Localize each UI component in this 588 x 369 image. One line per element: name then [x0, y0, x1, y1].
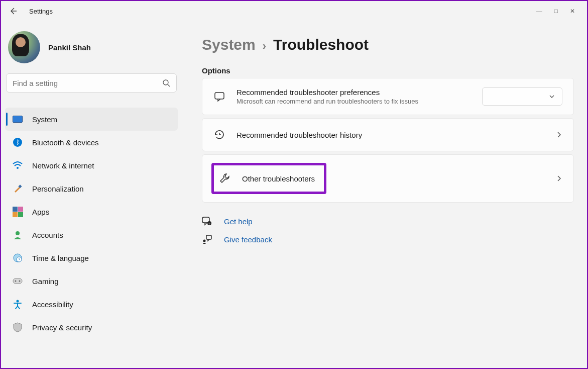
card-troubleshooter-history[interactable]: Recommended troubleshooter history [202, 118, 574, 151]
link-label: Get help [224, 217, 253, 226]
profile-name: Pankil Shah [48, 43, 91, 52]
search-icon [162, 79, 170, 87]
gamepad-icon [12, 275, 23, 287]
sidebar-item-network[interactable]: Network & internet [5, 154, 178, 177]
link-label: Give feedback [224, 235, 272, 244]
chevron-right-icon [555, 131, 562, 138]
sidebar-item-label: Personalization [32, 185, 84, 193]
help-icon: ? [202, 217, 213, 226]
svg-point-7 [15, 281, 17, 282]
wrench-icon [219, 172, 231, 185]
feedback-icon [202, 235, 213, 244]
sidebar-item-label: Bluetooth & devices [32, 138, 99, 147]
chevron-down-icon [549, 94, 555, 100]
sidebar-item-label: Network & internet [32, 161, 94, 170]
breadcrumb-current: Troubleshoot [273, 36, 369, 53]
sidebar-item-gaming[interactable]: Gaming [5, 269, 178, 293]
breadcrumb-parent[interactable]: System [202, 36, 256, 53]
breadcrumb: System › Troubleshoot [202, 36, 574, 53]
svg-rect-15 [206, 235, 211, 239]
chevron-right-icon [555, 175, 562, 182]
arrow-left-icon [9, 7, 17, 15]
sidebar-item-label: System [32, 115, 57, 124]
card-title: Recommended troubleshooter history [237, 131, 544, 139]
svg-point-14 [203, 240, 206, 242]
minimize-button[interactable]: — [536, 8, 542, 15]
bluetooth-icon: ᛒ [12, 137, 23, 148]
shield-icon [12, 322, 23, 333]
card-subtitle: Microsoft can recommend and run troubles… [237, 98, 471, 105]
get-help-link[interactable]: ? Get help [202, 217, 574, 226]
sidebar-item-label: Gaming [32, 277, 59, 286]
card-recommended-preferences: Recommended troubleshooter preferences M… [202, 78, 574, 115]
svg-point-0 [163, 80, 168, 85]
sidebar-item-label: Time & language [32, 254, 89, 262]
back-button[interactable] [5, 3, 21, 19]
content-area: System › Troubleshoot Options Recommende… [182, 21, 587, 368]
sidebar-item-label: Accessibility [32, 300, 73, 309]
person-icon [12, 229, 23, 240]
sidebar-item-apps[interactable]: Apps [5, 200, 178, 223]
chevron-right-icon: › [263, 40, 266, 53]
preferences-dropdown[interactable] [482, 87, 562, 106]
window-title: Settings [29, 8, 53, 15]
sidebar-item-time[interactable]: Time & language [5, 246, 178, 269]
card-title: Other troubleshooters [242, 174, 315, 183]
sidebar-item-privacy[interactable]: Privacy & security [5, 316, 178, 339]
svg-rect-10 [215, 93, 224, 99]
system-icon [12, 114, 23, 125]
maximize-button[interactable]: □ [554, 8, 558, 15]
svg-point-3 [16, 231, 20, 235]
sidebar-item-system[interactable]: System [5, 108, 178, 131]
svg-rect-6 [13, 279, 22, 284]
history-icon [213, 129, 225, 141]
avatar [8, 31, 40, 63]
svg-point-8 [19, 281, 21, 282]
card-other-troubleshooters[interactable]: Other troubleshooters [202, 154, 574, 203]
wifi-icon [12, 160, 23, 171]
search-input[interactable] [13, 79, 162, 87]
clock-globe-icon [12, 252, 23, 263]
search-box[interactable] [6, 73, 177, 93]
sidebar-item-accounts[interactable]: Accounts [5, 223, 178, 246]
sidebar-item-accessibility[interactable]: Accessibility [5, 293, 178, 316]
sidebar-item-label: Privacy & security [32, 323, 92, 332]
sidebar-item-label: Apps [32, 208, 49, 216]
sidebar: Pankil Shah System ᛒ Bluetooth & devices… [1, 21, 182, 368]
give-feedback-link[interactable]: Give feedback [202, 235, 574, 244]
highlight-annotation: Other troubleshooters [211, 163, 326, 194]
svg-point-9 [17, 300, 19, 303]
accessibility-icon [12, 299, 23, 310]
profile[interactable]: Pankil Shah [5, 25, 178, 73]
svg-point-1 [17, 167, 19, 169]
apps-icon [12, 206, 23, 217]
sidebar-item-label: Accounts [32, 231, 63, 239]
sidebar-item-personalization[interactable]: Personalization [5, 177, 178, 200]
chat-icon [213, 90, 225, 103]
sidebar-item-bluetooth[interactable]: ᛒ Bluetooth & devices [5, 131, 178, 154]
brush-icon [12, 183, 23, 194]
card-title: Recommended troubleshooter preferences [237, 88, 471, 97]
close-button[interactable]: ✕ [570, 8, 575, 15]
section-title: Options [202, 66, 574, 75]
